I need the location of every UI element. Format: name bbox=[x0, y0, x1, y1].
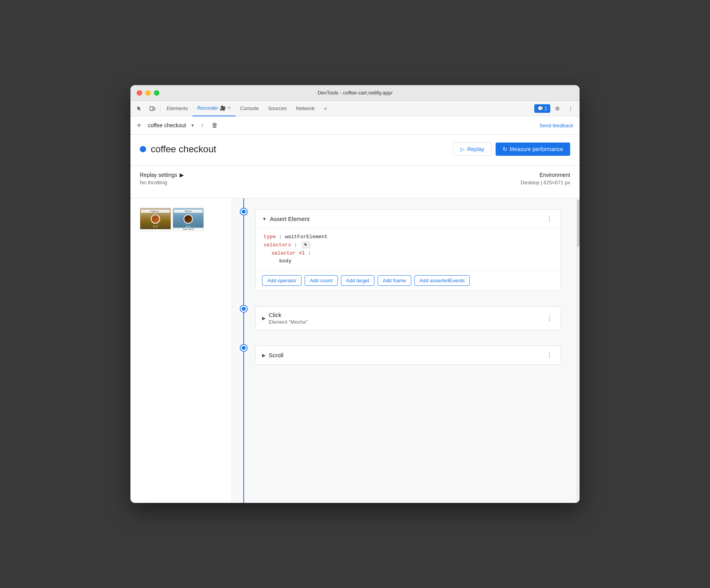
thumbnail-1-label bbox=[140, 230, 171, 231]
selector-tool-button[interactable] bbox=[302, 241, 310, 248]
selector-value: body bbox=[279, 258, 291, 264]
svg-rect-0 bbox=[150, 107, 153, 110]
settings-button[interactable]: ⚙ bbox=[552, 103, 563, 114]
step-scroll-expand[interactable]: ▶ bbox=[262, 353, 266, 358]
measure-icon: ↻ bbox=[503, 146, 507, 152]
tab-more[interactable]: » bbox=[319, 101, 332, 116]
title-bar: DevTools - coffee-cart.netlify.app/ bbox=[130, 85, 580, 101]
environment-section: Environment Desktop | 625×671 px bbox=[521, 172, 570, 185]
tab-network-label: Network bbox=[296, 105, 315, 111]
svg-rect-1 bbox=[153, 107, 155, 110]
recording-main-title: coffee checkout bbox=[151, 144, 216, 155]
replay-settings-toggle[interactable]: Replay settings ▶ bbox=[140, 172, 184, 178]
tab-more-label: » bbox=[324, 105, 327, 111]
window-title: DevTools - coffee-cart.netlify.app/ bbox=[318, 90, 392, 96]
step-dot-2 bbox=[232, 299, 255, 306]
step-click-card: ▶ Click Element "Mocha" ⋮ bbox=[255, 306, 561, 330]
step-1-content: ▼ Assert Element ⋮ type : waitForElement bbox=[255, 201, 576, 296]
recording-dropdown-button[interactable]: ▾ bbox=[190, 121, 195, 130]
preview-thumbnails: Cappucc... $4.50 Mocha $5.00 Total: $0.0… bbox=[137, 205, 225, 234]
step-3-content: ▶ Scroll ⋮ bbox=[255, 338, 576, 369]
timeline-dot-3 bbox=[241, 345, 247, 351]
tab-elements-label: Elements bbox=[167, 105, 188, 111]
step-click-subtitle: Element "Mocha" bbox=[269, 319, 542, 325]
step-click-info: Click Element "Mocha" bbox=[269, 312, 542, 325]
step-click-more-button[interactable]: ⋮ bbox=[545, 314, 554, 323]
scrollbar[interactable] bbox=[576, 198, 580, 503]
step-click-title: Click bbox=[269, 312, 542, 318]
more-options-button[interactable]: ⋮ bbox=[565, 103, 576, 114]
recording-title-section: coffee checkout ▷ Replay ↻ Measure perfo… bbox=[130, 135, 580, 166]
step-assert-card: ▼ Assert Element ⋮ type : waitForElement bbox=[255, 209, 561, 291]
step-assert-code: type : waitForElement selectors : bbox=[256, 228, 560, 270]
replay-button[interactable]: ▷ Replay bbox=[453, 143, 492, 156]
tab-recorder-close[interactable]: ✕ bbox=[227, 105, 231, 110]
tab-console-label: Console bbox=[240, 105, 259, 111]
step-assert-action-buttons: Add operator Add count Add target Add fr… bbox=[256, 270, 560, 290]
throttling-label: No throttling bbox=[140, 180, 184, 185]
devtools-toolbar: Elements Recorder 🎥 ✕ Console Sources Ne… bbox=[130, 101, 580, 116]
recorder-header: + coffee checkout ▾ ↑ 🗑 Send feedback bbox=[130, 116, 580, 135]
add-target-button[interactable]: Add target bbox=[341, 275, 375, 286]
toolbar-divider-1 bbox=[160, 105, 161, 112]
step-scroll-more-button[interactable]: ⋮ bbox=[545, 351, 554, 360]
more-dots-icon: ⋮ bbox=[568, 105, 573, 112]
step-row-scroll: ▶ Scroll ⋮ bbox=[232, 338, 576, 369]
step-assert-title: Assert Element bbox=[270, 216, 542, 222]
step-row-assert: ▼ Assert Element ⋮ type : waitForElement bbox=[232, 201, 576, 296]
step-scroll-info: Scroll bbox=[269, 352, 542, 358]
maximize-button[interactable] bbox=[154, 90, 159, 96]
measure-label: Measure performance bbox=[510, 146, 563, 152]
recorder-icon: 🎥 bbox=[220, 105, 226, 111]
selector-num-key: selector #1 bbox=[271, 250, 305, 256]
add-count-button[interactable]: Add count bbox=[305, 275, 338, 286]
steps-list: ▼ Assert Element ⋮ type : waitForElement bbox=[232, 198, 576, 503]
timeline-dot-1 bbox=[241, 208, 247, 215]
replay-label: Replay bbox=[467, 146, 484, 152]
preview-panel: Cappucc... $4.50 Mocha $5.00 Total: $0.0… bbox=[130, 198, 232, 503]
pointer-tool-button[interactable] bbox=[134, 103, 146, 114]
step-row-click: ▶ Click Element "Mocha" ⋮ bbox=[232, 299, 576, 335]
tab-sources-label: Sources bbox=[268, 105, 287, 111]
steps-panel: ▼ Assert Element ⋮ type : waitForElement bbox=[232, 198, 580, 503]
minimize-button[interactable] bbox=[145, 90, 151, 96]
step-click-expand[interactable]: ▶ bbox=[262, 315, 266, 321]
device-icon bbox=[149, 105, 155, 112]
export-recording-button[interactable]: ↑ bbox=[198, 120, 206, 130]
tab-sources[interactable]: Sources bbox=[263, 101, 291, 116]
send-feedback-link[interactable]: Send feedback bbox=[539, 123, 573, 128]
chevron-down-icon: ▾ bbox=[191, 123, 194, 128]
step-2-content: ▶ Click Element "Mocha" ⋮ bbox=[255, 299, 576, 335]
thumbnail-1: Cappucc... $4.50 bbox=[140, 208, 171, 231]
step-dot-3 bbox=[232, 338, 255, 346]
delete-recording-button[interactable]: 🗑 bbox=[209, 120, 220, 130]
new-recording-button[interactable]: + bbox=[137, 121, 141, 129]
settings-section: Replay settings ▶ No throttling bbox=[140, 172, 184, 185]
scrollbar-thumb[interactable] bbox=[577, 200, 580, 247]
gear-icon: ⚙ bbox=[555, 105, 560, 112]
recording-status-dot bbox=[140, 146, 146, 152]
tab-network[interactable]: Network bbox=[291, 101, 319, 116]
type-key: type bbox=[264, 234, 276, 240]
tab-elements[interactable]: Elements bbox=[162, 101, 193, 116]
devtools-window: DevTools - coffee-cart.netlify.app/ Elem… bbox=[130, 85, 580, 503]
measure-performance-button[interactable]: ↻ Measure performance bbox=[496, 143, 570, 156]
add-operator-button[interactable]: Add operator bbox=[262, 275, 301, 286]
tab-console[interactable]: Console bbox=[235, 101, 264, 116]
step-dot-1 bbox=[232, 201, 255, 209]
close-button[interactable] bbox=[137, 90, 142, 96]
step-assert-more-button[interactable]: ⋮ bbox=[545, 214, 554, 223]
feedback-badge-button[interactable]: 💬 1 bbox=[534, 104, 550, 113]
device-toolbar-button[interactable] bbox=[146, 103, 159, 114]
chat-icon: 💬 bbox=[537, 106, 543, 111]
add-frame-button[interactable]: Add frame bbox=[378, 275, 411, 286]
add-asserted-events-button[interactable]: Add assertedEvents bbox=[414, 275, 470, 286]
content-area: Cappucc... $4.50 Mocha $5.00 Total: $0.0… bbox=[130, 198, 580, 503]
recording-actions: ▷ Replay ↻ Measure performance bbox=[453, 143, 570, 156]
recording-preview[interactable]: Cappucc... $4.50 Mocha $5.00 Total: $0.0… bbox=[140, 208, 222, 231]
upload-icon: ↑ bbox=[201, 122, 204, 128]
tab-recorder[interactable]: Recorder 🎥 ✕ bbox=[193, 101, 235, 116]
environment-label: Environment bbox=[521, 172, 570, 178]
step-assert-expand[interactable]: ▼ bbox=[262, 216, 267, 222]
recording-name-label: coffee checkout bbox=[144, 120, 190, 130]
